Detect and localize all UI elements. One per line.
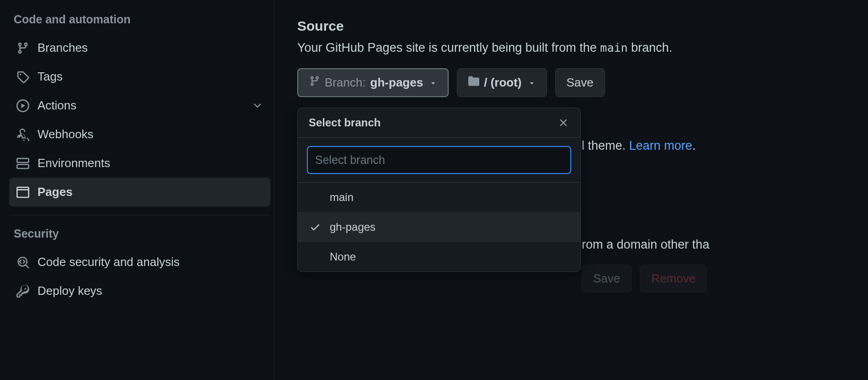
- dropdown-header: Select branch: [298, 108, 580, 138]
- branch-selector-button[interactable]: Branch: gh-pages: [297, 68, 449, 97]
- branch-selector-dropdown: Select branch main gh-pages None: [297, 108, 581, 272]
- sidebar-item-label: Deploy keys: [38, 284, 102, 298]
- source-button-row: Branch: gh-pages / (root) Save: [297, 68, 868, 97]
- branch-button-value: gh-pages: [370, 76, 423, 90]
- sidebar-item-branches[interactable]: Branches: [9, 33, 270, 62]
- learn-more-link[interactable]: Learn more: [629, 139, 692, 152]
- source-desc-branch: main: [600, 41, 627, 54]
- save-button-bg[interactable]: Save: [582, 265, 632, 293]
- dropdown-item-none[interactable]: None: [298, 242, 580, 271]
- source-desc-suffix: branch.: [628, 41, 673, 54]
- caret-down-icon: [429, 76, 437, 90]
- branch-icon: [16, 42, 29, 54]
- sidebar-item-tags[interactable]: Tags: [9, 62, 270, 91]
- source-heading: Source: [297, 18, 868, 34]
- folder-icon: [468, 76, 479, 90]
- sidebar-item-actions[interactable]: Actions: [9, 91, 270, 120]
- sidebar-item-pages[interactable]: Pages: [9, 178, 270, 206]
- remove-button-bg[interactable]: Remove: [640, 265, 707, 293]
- branch-icon: [309, 76, 320, 90]
- codescan-icon: [16, 256, 29, 269]
- save-button-bg-label: Save: [593, 271, 620, 286]
- dropdown-item-main[interactable]: main: [298, 183, 580, 212]
- dropdown-item-label: gh-pages: [330, 221, 375, 233]
- main-content: Source Your GitHub Pages site is current…: [274, 0, 868, 380]
- dropdown-item-label: main: [330, 191, 354, 204]
- partial-text-domain: rom a domain other tha: [582, 235, 709, 254]
- sidebar-item-deploy-keys[interactable]: Deploy keys: [9, 277, 270, 305]
- close-button[interactable]: [557, 117, 569, 129]
- check-icon: [309, 222, 321, 233]
- partial-button-row: Save Remove: [582, 265, 707, 293]
- sidebar-item-code-security[interactable]: Code security and analysis: [9, 248, 270, 277]
- dropdown-title: Select branch: [309, 116, 380, 129]
- source-desc-prefix: Your GitHub Pages site is currently bein…: [297, 41, 600, 54]
- dropdown-search-wrapper: [298, 138, 580, 183]
- source-description: Your GitHub Pages site is currently bein…: [297, 38, 868, 57]
- branch-search-input[interactable]: [307, 146, 571, 174]
- sidebar-section-security: Security: [9, 223, 270, 248]
- caret-down-icon: [528, 76, 536, 90]
- sidebar-divider: [9, 215, 270, 215]
- sidebar-item-label: Pages: [38, 185, 73, 199]
- sidebar-section-code: Code and automation: [9, 9, 270, 33]
- dropdown-list: main gh-pages None: [298, 183, 580, 271]
- remove-button-bg-label: Remove: [651, 271, 696, 286]
- key-icon: [16, 285, 29, 298]
- browser-icon: [16, 186, 29, 199]
- close-icon: [557, 117, 569, 129]
- branch-button-prefix: Branch:: [325, 76, 366, 90]
- sidebar-item-webhooks[interactable]: Webhooks: [9, 120, 270, 149]
- save-button[interactable]: Save: [555, 68, 605, 97]
- sidebar-item-label: Actions: [38, 98, 76, 113]
- dropdown-item-label: None: [330, 250, 356, 263]
- play-icon: [16, 99, 29, 112]
- folder-button-value: / (root): [484, 76, 521, 90]
- sidebar-item-label: Webhooks: [38, 127, 93, 141]
- save-button-label: Save: [567, 76, 594, 90]
- chevron-down-icon: [252, 100, 263, 111]
- settings-sidebar: Code and automation Branches Tags Action…: [0, 0, 274, 380]
- tag-icon: [16, 71, 29, 83]
- bg-text-fragment: l theme.: [582, 139, 629, 152]
- server-icon: [16, 157, 29, 170]
- dropdown-item-gh-pages[interactable]: gh-pages: [298, 212, 580, 242]
- sidebar-item-label: Branches: [38, 41, 88, 55]
- webhook-icon: [16, 128, 29, 141]
- partial-text-theme: l theme. Learn more.: [582, 136, 696, 155]
- sidebar-item-environments[interactable]: Environments: [9, 149, 270, 178]
- sidebar-item-label: Code security and analysis: [38, 255, 180, 269]
- sidebar-item-label: Tags: [38, 70, 63, 84]
- sidebar-item-label: Environments: [38, 156, 110, 170]
- folder-selector-button[interactable]: / (root): [457, 68, 547, 97]
